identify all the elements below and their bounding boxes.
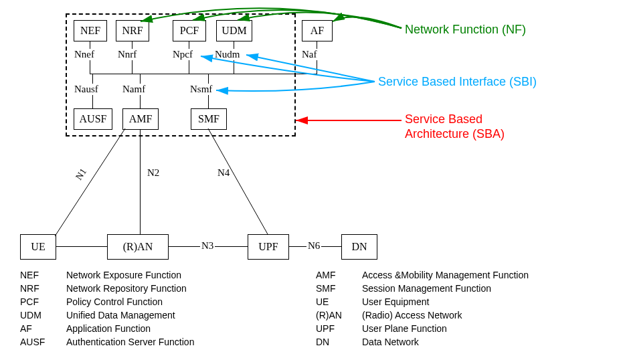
node-ran: (R)AN: [107, 234, 169, 260]
leg-r-2-acr: UE: [316, 296, 361, 308]
leg-r-1-acr: SMF: [316, 282, 361, 294]
leg-r-4-acr: UPF: [316, 323, 361, 335]
label-n1: N1: [74, 167, 88, 182]
leg-l-2-txt: Policy Control Function: [66, 296, 202, 308]
label-n2: N2: [147, 167, 159, 179]
label-n3: N3: [200, 240, 215, 252]
label-n6: N6: [306, 240, 321, 252]
nf-nrf: NRF: [116, 20, 149, 41]
leg-r-0-txt: Access &Mobility Management Function: [362, 269, 537, 281]
link-n2: [140, 128, 141, 234]
nf-nef: NEF: [74, 20, 107, 41]
legend-left: NEFNetwork Exposure Function NRFNetwork …: [19, 268, 203, 349]
label-n4: N4: [217, 167, 230, 179]
leg-r-3-acr: (R)AN: [316, 309, 361, 321]
annot-nf: Network Function (NF): [405, 23, 526, 37]
leg-l-1-acr: NRF: [20, 282, 65, 294]
label-nnef: Nnef: [74, 49, 95, 60]
nf-amf: AMF: [122, 108, 159, 130]
nf-smf: SMF: [191, 108, 227, 130]
leg-l-3-txt: Unified Data Management: [66, 309, 202, 321]
leg-r-2-txt: User Equipment: [362, 296, 537, 308]
leg-l-4-acr: AF: [20, 323, 65, 335]
link-ue-ran: [55, 246, 107, 247]
label-nudm: Nudm: [214, 49, 241, 60]
leg-l-0-txt: Network Exposure Function: [66, 269, 202, 281]
leg-l-0-acr: NEF: [20, 269, 65, 281]
leg-r-1-txt: Session Management Function: [362, 282, 537, 294]
label-nnrf: Nnrf: [117, 49, 137, 60]
label-npcf: Npcf: [172, 49, 193, 60]
sbi-bus: [90, 74, 317, 74]
leg-r-0-acr: AMF: [316, 269, 361, 281]
annot-sba1: Service Based: [405, 112, 482, 126]
leg-l-1-txt: Network Repository Function: [66, 282, 202, 294]
link-n1: [55, 128, 125, 236]
leg-r-5-txt: Data Network: [362, 336, 537, 348]
leg-l-5-txt: Authentication Server Function: [66, 336, 202, 348]
label-namf: Namf: [122, 84, 146, 95]
nf-af: AF: [302, 20, 333, 41]
label-nausf: Nausf: [74, 84, 99, 95]
node-ue: UE: [20, 234, 56, 260]
leg-l-3-acr: UDM: [20, 309, 65, 321]
arrow-nf-af: [333, 17, 402, 28]
annot-sbi: Service Based Interface (SBI): [378, 75, 537, 89]
diagram-canvas: NEF NRF PCF UDM AF AUSF AMF SMF Nnef Nnr…: [7, 7, 610, 357]
link-n4: [208, 128, 268, 234]
leg-r-3-txt: (Radio) Access Network: [362, 309, 537, 321]
label-nsmf: Nsmf: [189, 84, 213, 95]
leg-r-4-txt: User Plane Function: [362, 323, 537, 335]
leg-l-5-acr: AUSF: [20, 336, 65, 348]
nf-udm: UDM: [216, 20, 252, 41]
annot-sba2: Architecture (SBA): [405, 127, 505, 141]
leg-l-4-txt: Application Function: [66, 323, 202, 335]
leg-r-5-acr: DN: [316, 336, 361, 348]
nf-pcf: PCF: [173, 20, 206, 41]
legend-right: AMFAccess &Mobility Management Function …: [315, 268, 538, 349]
label-naf: Naf: [301, 49, 318, 60]
nf-ausf: AUSF: [74, 108, 112, 130]
leg-l-2-acr: PCF: [20, 296, 65, 308]
node-dn: DN: [341, 234, 377, 260]
node-upf: UPF: [248, 234, 289, 260]
